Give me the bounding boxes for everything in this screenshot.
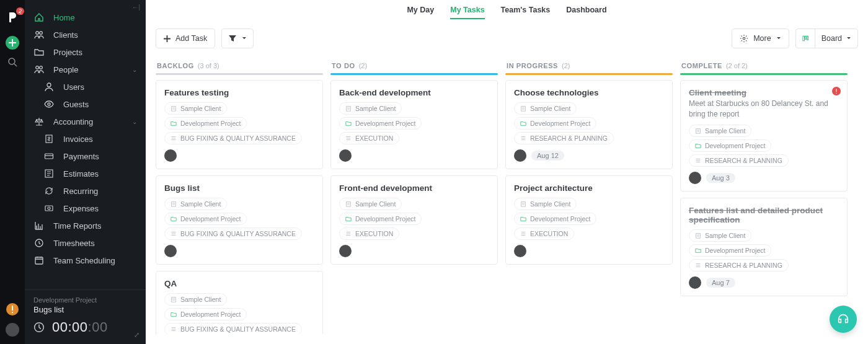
filter-button[interactable] (221, 29, 254, 48)
global-search-button[interactable] (7, 57, 17, 67)
sidebar-item-accounting[interactable]: Accounting ⌄ (25, 113, 146, 130)
client-tag: Sample Client (514, 102, 577, 115)
svg-rect-44 (347, 204, 348, 205)
task-card[interactable]: Front-end developmentSample ClientDevelo… (330, 175, 498, 265)
assignee-avatar[interactable] (164, 149, 177, 162)
filter-icon (228, 34, 237, 43)
button-label: Add Task (175, 34, 207, 43)
kanban-board: BACKLOG(3 of 3)Features testingSample Cl… (146, 57, 868, 344)
building-icon (345, 105, 352, 112)
column-accent-bar (505, 73, 673, 75)
alerts-button[interactable] (6, 303, 19, 315)
list-icon (695, 262, 701, 268)
sidebar-item-estimates[interactable]: Estimates (25, 165, 146, 182)
task-footer: Aug 12 (514, 149, 664, 162)
project-tag: Development Project (164, 308, 247, 320)
column-title: IN PROGRESS (507, 62, 558, 69)
view-switcher[interactable]: Board (795, 29, 858, 48)
project-tag: Development Project (164, 213, 247, 225)
task-card[interactable]: QASample ClientDevelopment ProjectBUG FI… (156, 271, 323, 334)
sidebar-item-time-reports[interactable]: Time Reports (25, 217, 146, 234)
clock-icon[interactable] (33, 322, 45, 333)
task-card[interactable]: Back-end developmentSample ClientDevelop… (330, 80, 498, 169)
sidebar-item-invoices[interactable]: Invoices (25, 130, 146, 148)
support-chat-button[interactable] (830, 306, 857, 333)
sidebar-item-people[interactable]: People ⌄ (25, 61, 146, 78)
tab-dashboard[interactable]: Dashboard (566, 1, 606, 19)
list-icon (695, 157, 701, 164)
svg-rect-1 (12, 306, 13, 311)
tab-my-day[interactable]: My Day (407, 1, 434, 19)
sidebar-item-timesheets[interactable]: Timesheets (25, 234, 146, 252)
tab-teams-tasks[interactable]: Team's Tasks (501, 1, 551, 19)
assignee-avatar[interactable] (514, 149, 526, 162)
search-icon (7, 57, 17, 67)
sidebar-item-clients[interactable]: Clients (25, 26, 146, 43)
user-icon (43, 81, 55, 92)
column-count: (2) (359, 62, 367, 69)
timer-project: Development Project (33, 296, 137, 304)
assignee-avatar[interactable] (164, 245, 177, 257)
phase-tag: BUG FIXING & QUALITY ASSURANCE (164, 227, 302, 240)
folder-icon (170, 311, 177, 317)
sidebar-item-users[interactable]: Users (25, 78, 146, 95)
sidebar-item-team-scheduling[interactable]: Team Scheduling (25, 252, 146, 269)
sidebar-item-payments[interactable]: Payments (25, 148, 146, 165)
svg-rect-42 (347, 203, 348, 203)
view-name[interactable]: Board (815, 29, 857, 48)
folder-icon (520, 216, 526, 222)
collapse-sidebar-button[interactable]: ←| (131, 4, 141, 11)
task-card[interactable]: !Client meetingMeet at Starbucks on 80 D… (680, 80, 848, 192)
svg-rect-47 (522, 107, 523, 108)
scale-icon (33, 116, 45, 127)
sidebar-item-guests[interactable]: Guests (25, 95, 146, 113)
more-button[interactable]: More (732, 29, 789, 48)
timer-task: Bugs list (33, 305, 137, 314)
add-task-button[interactable]: Add Task (156, 29, 215, 48)
svg-rect-15 (35, 257, 43, 264)
board-view-icon[interactable] (796, 29, 815, 48)
task-tags: Sample ClientDevelopment ProjectRESEARCH… (689, 125, 839, 167)
sidebar-item-expenses[interactable]: Expenses (25, 200, 146, 217)
svg-point-6 (40, 66, 43, 69)
sidebar-item-label: Invoices (63, 135, 93, 144)
sidebar-item-recurring[interactable]: Recurring (25, 182, 146, 200)
assignee-avatar[interactable] (339, 245, 352, 257)
folder-icon (345, 120, 352, 126)
task-card[interactable]: Features list and detailed product speci… (680, 198, 848, 296)
sidebar-item-projects[interactable]: Projects (25, 43, 146, 61)
building-icon (170, 201, 177, 207)
assignee-avatar[interactable] (514, 245, 526, 257)
assignee-avatar[interactable] (689, 172, 701, 184)
current-user-avatar[interactable] (6, 323, 19, 337)
task-card[interactable]: Choose technologiesSample ClientDevelopm… (505, 80, 673, 169)
svg-rect-24 (172, 108, 173, 109)
project-tag: Development Project (689, 139, 771, 152)
task-card[interactable]: Project architectureSample ClientDevelop… (505, 175, 673, 265)
svg-rect-37 (347, 107, 348, 108)
list-icon (520, 231, 526, 237)
sidebar-item-home[interactable]: Home (25, 9, 146, 26)
column-title: BACKLOG (157, 62, 194, 69)
svg-rect-23 (174, 107, 174, 108)
card-icon (43, 151, 55, 162)
app-logo[interactable]: 2 (6, 11, 19, 24)
global-add-button[interactable] (6, 36, 19, 50)
svg-rect-40 (348, 108, 349, 109)
gear-icon (740, 34, 748, 43)
building-icon (170, 105, 177, 112)
assignee-avatar[interactable] (339, 149, 352, 162)
chevron-down-icon: ⌄ (132, 118, 137, 125)
assignee-avatar[interactable] (689, 276, 701, 289)
expand-icon[interactable]: ⤢ (134, 331, 140, 339)
svg-rect-53 (523, 203, 524, 203)
tab-my-tasks[interactable]: My Tasks (450, 1, 484, 19)
svg-rect-54 (522, 204, 523, 205)
caret-down-icon (776, 36, 781, 41)
task-card[interactable]: Bugs listSample ClientDevelopment Projec… (156, 175, 323, 265)
phase-tag: EXECUTION (514, 227, 574, 240)
svg-rect-32 (172, 298, 173, 299)
estimate-icon (43, 168, 55, 179)
sidebar-item-label: Team Scheduling (53, 256, 115, 265)
task-card[interactable]: Features testingSample ClientDevelopment… (156, 80, 323, 169)
